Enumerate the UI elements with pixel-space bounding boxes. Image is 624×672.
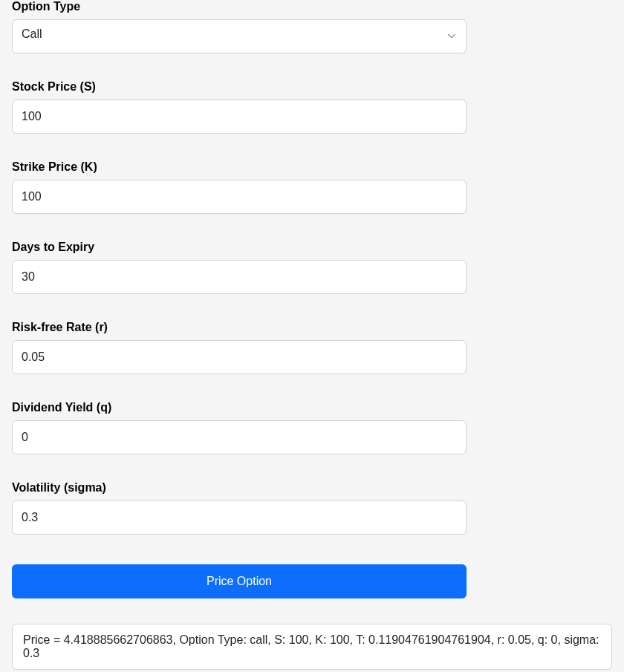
option-type-select[interactable]: Call [12,19,467,53]
option-type-group: Option Type Call [12,0,612,53]
volatility-input[interactable] [12,500,467,535]
strike-price-label: Strike Price (K) [12,160,612,174]
days-to-expiry-group: Days to Expiry [12,241,612,294]
risk-free-rate-group: Risk-free Rate (r) [12,321,612,374]
volatility-label: Volatility (sigma) [12,481,612,495]
option-pricing-form: Option Type Call Stock Price (S) Strike … [0,0,624,670]
stock-price-label: Stock Price (S) [12,80,612,94]
dividend-yield-label: Dividend Yield (q) [12,401,612,414]
strike-price-input[interactable] [12,180,467,214]
dividend-yield-input[interactable] [12,420,467,454]
risk-free-rate-input[interactable] [12,340,467,374]
days-to-expiry-label: Days to Expiry [12,241,612,254]
risk-free-rate-label: Risk-free Rate (r) [12,321,612,334]
stock-price-input[interactable] [12,100,467,134]
dividend-yield-group: Dividend Yield (q) [12,401,612,454]
days-to-expiry-input[interactable] [12,260,467,294]
option-type-select-wrapper: Call [12,19,467,53]
result-output: Price = 4.418885662706863, Option Type: … [12,624,612,670]
strike-price-group: Strike Price (K) [12,160,612,214]
option-type-label: Option Type [12,0,612,13]
stock-price-group: Stock Price (S) [12,80,612,134]
price-option-button[interactable]: Price Option [12,564,467,598]
volatility-group: Volatility (sigma) [12,481,612,535]
